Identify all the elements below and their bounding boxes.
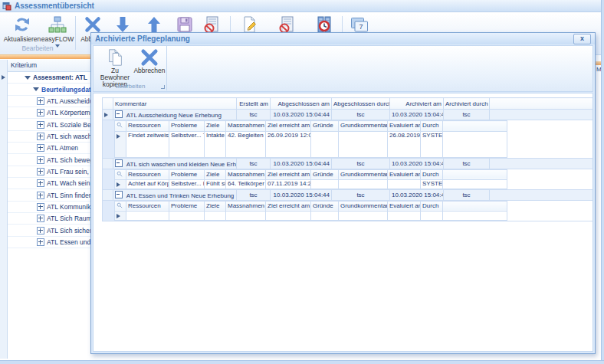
group-dialog-launcher-icon[interactable] — [161, 85, 165, 89]
detail-col-grundkommentar[interactable]: Grundkommentar — [339, 121, 388, 132]
dialog-close-button[interactable]: x — [573, 34, 591, 44]
detail-col-probleme[interactable]: Probleme — [169, 169, 205, 180]
expand-plus-icon[interactable] — [37, 215, 44, 222]
group-row-essen[interactable]: ATL Essen und Trinken Neue Erhebung tsc … — [103, 189, 594, 200]
detail-col-probleme[interactable]: Probleme — [169, 121, 205, 132]
window-frame-right — [601, 0, 604, 364]
group-kommentar-cell: ATL Essen und Trinken Neue Erhebung — [113, 189, 237, 200]
detail-row[interactable]: Findet zeitweise die Toilette Selbstver.… — [115, 131, 507, 157]
tree-item-atl-4[interactable]: ATL Atmen — [8, 143, 92, 154]
filler-cell — [490, 110, 594, 120]
gruende-cell — [311, 212, 339, 221]
edit-document-icon — [240, 15, 258, 34]
detail-col-massnahmen[interactable]: Massnahmen — [226, 169, 266, 180]
expand-plus-icon[interactable] — [37, 192, 44, 199]
detail-indent — [103, 201, 114, 221]
expand-plus-icon[interactable] — [37, 109, 44, 116]
detail-col-durch[interactable]: Durch — [421, 201, 443, 212]
tree-item-atl-12[interactable]: ATL Essen und Trinken — [8, 237, 92, 248]
expand-plus-icon[interactable] — [37, 238, 44, 246]
detail-col-massnahmen[interactable]: Massnahmen — [226, 121, 266, 132]
header-indicator-cell — [103, 98, 113, 110]
search-icon[interactable] — [117, 122, 123, 128]
expanded-node-icon[interactable] — [33, 87, 39, 91]
group-title: ATL Ausscheidung Neue Erhebung — [126, 112, 222, 119]
detail-col-gruende[interactable]: Gründe — [311, 201, 339, 212]
detail-col-ziele[interactable]: Ziele — [205, 201, 226, 212]
cancel-x-icon — [84, 15, 102, 34]
expand-plus-icon[interactable] — [37, 203, 44, 211]
search-icon[interactable] — [117, 202, 123, 208]
tree-item-atl-5[interactable]: ATL Sich bewegen — [8, 154, 92, 166]
tree-item-label: ATL sich waschen und k — [47, 133, 92, 140]
detail-col-durch[interactable]: Durch — [421, 121, 443, 132]
expanded-node-icon[interactable] — [25, 76, 31, 80]
tree-item-atl-1[interactable]: ATL Körpertemperatur r — [8, 107, 92, 119]
expand-plus-icon[interactable] — [37, 133, 44, 140]
detail-col-ziele[interactable]: Ziele — [205, 121, 226, 132]
detail-col-durch[interactable]: Durch — [421, 169, 443, 180]
detail-table-2: Ressourcen Probleme Ziele Massnahmen Zie… — [114, 169, 507, 189]
row-indicator-cell — [115, 131, 126, 157]
detail-col-ziel-erreicht-am[interactable]: Ziel erreicht am — [266, 121, 311, 132]
filler-cell — [490, 189, 594, 200]
group-row-ausscheidung[interactable]: ATL Ausscheidung Neue Erhebung tsc 10.03… — [103, 110, 594, 120]
collapse-minus-icon[interactable] — [115, 191, 123, 198]
column-header-erstellt-am[interactable]: Erstellt am — [237, 98, 271, 110]
tree-item-atl-3[interactable]: ATL sich waschen und k — [8, 131, 92, 143]
tree-item-atl-2[interactable]: ATL Soziale Bereiche de — [8, 119, 92, 130]
group-row-waschen[interactable]: ATL sich waschen und kleiden Neue Erhebu… — [103, 158, 594, 169]
expand-plus-icon[interactable] — [37, 121, 44, 129]
tree-node-assessment[interactable]: Assessment: ATL — [8, 72, 92, 84]
column-header-abgeschlossen-am[interactable]: Abgeschlossen am — [271, 98, 332, 110]
collapse-minus-icon[interactable] — [115, 159, 123, 167]
detail-col-ziele[interactable]: Ziele — [205, 169, 226, 180]
detail-col-ressourcen[interactable]: Ressourcen — [126, 169, 169, 180]
tree-item-atl-7[interactable]: ATL Wach sein und schl — [8, 178, 92, 189]
column-header-abgeschlossen-durch[interactable]: Abgeschlossen durch — [332, 98, 390, 110]
expand-plus-icon[interactable] — [37, 144, 44, 152]
easyflow-label: easyFLOW — [41, 35, 74, 43]
detail-header-indicator — [115, 201, 126, 212]
detail-col-gruende[interactable]: Gründe — [311, 169, 339, 180]
tree-item-atl-10[interactable]: ATL Sich Raum und Zeit — [8, 213, 92, 225]
detail-col-evaluiert-am[interactable]: Evaluiert am — [388, 121, 421, 132]
collapse-minus-icon[interactable] — [115, 110, 123, 118]
column-header-kriterium[interactable]: Kriterium — [8, 60, 92, 72]
detail-col-evaluiert-am[interactable]: Evaluiert am — [388, 169, 421, 180]
evaluiert-am-cell: 26.08.2019 1... — [388, 131, 421, 157]
detail-col-grundkommentar[interactable]: Grundkommentar — [339, 169, 388, 180]
detail-col-ziel-erreicht-am[interactable]: Ziel erreicht am — [266, 201, 311, 212]
expand-plus-icon[interactable] — [37, 227, 44, 234]
search-icon[interactable] — [117, 171, 123, 177]
detail-col-grundkommentar[interactable]: Grundkommentar — [339, 201, 388, 212]
tree-node-beurteilungsdatum[interactable]: Beurteilungsdatum: Erst — [8, 84, 92, 95]
tree-item-atl-0[interactable]: ATL Ausscheidung — [8, 96, 92, 107]
detail-col-ressourcen[interactable]: Ressourcen — [126, 201, 169, 212]
dialog-cancel-button[interactable]: Abbrechen — [134, 48, 165, 74]
expand-plus-icon[interactable] — [37, 168, 44, 175]
column-header-kommentar[interactable]: Kommentar — [113, 98, 237, 110]
group-title: ATL Essen und Trinken Neue Erhebung — [126, 192, 235, 199]
detail-header-indicator — [115, 121, 126, 132]
detail-row[interactable]: Achtet auf Körperhygiene Selbstver... Kö… — [115, 180, 507, 189]
detail-col-probleme[interactable]: Probleme — [169, 201, 205, 212]
column-header-archiviert-am[interactable]: Archiviert am — [390, 98, 444, 110]
detail-col-massnahmen[interactable]: Massnahmen — [226, 201, 266, 212]
tree-item-atl-6[interactable]: ATL Frau sein, Mann sei — [8, 166, 92, 178]
expand-plus-icon[interactable] — [37, 97, 44, 105]
detail-col-ressourcen[interactable]: Ressourcen — [126, 121, 169, 132]
detail-col-ziel-erreicht-am[interactable]: Ziel erreicht am — [266, 169, 311, 180]
detail-col-evaluiert-am[interactable]: Evaluiert am — [388, 201, 421, 212]
tree-item-atl-8[interactable]: ATL Sinn finden im Wer — [8, 189, 92, 201]
detail-col-gruende[interactable]: Gründe — [311, 121, 339, 132]
tree-item-atl-9[interactable]: ATL Kommunikation — [8, 202, 92, 213]
tree-item-atl-11[interactable]: ATL Sich sicher fühlen u — [8, 225, 92, 236]
detail-row-empty[interactable] — [115, 212, 507, 221]
expand-plus-icon[interactable] — [37, 156, 44, 164]
durch-cell: SYSTE... — [421, 131, 443, 157]
expand-plus-icon[interactable] — [37, 179, 44, 187]
dialog-content: Kommentar Erstellt am Abgeschlossen am A… — [93, 93, 593, 352]
column-header-archiviert-durch[interactable]: Archiviert durch — [444, 98, 490, 110]
archiviert-durch-cell: tsc — [444, 189, 490, 200]
